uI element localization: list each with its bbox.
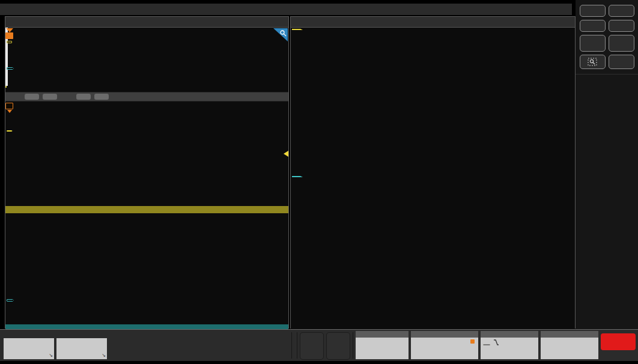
acquisition-badge[interactable] [541,331,598,359]
magnifier-dashed-box-icon [588,58,597,66]
acquisition-badge-header [541,331,598,338]
trigger-triangle-icon [7,110,12,113]
menu-bar [0,4,572,15]
ch1-badge-body: ↘ [4,338,54,359]
more-button[interactable] [609,55,634,69]
ch2-badge-body: ↘ [56,338,107,359]
ch2-badge-header [56,331,107,338]
spectrum-badge-header [356,331,409,338]
cursors-button[interactable] [580,5,606,17]
spectrum-top-canvas [291,28,574,175]
waveform-view-title [5,17,288,28]
spectrum-top-graticule[interactable] [291,28,575,175]
ch1-channel-tag[interactable] [7,130,13,132]
stopped-button[interactable] [601,333,636,350]
ch1-badge[interactable]: ↘ [4,331,54,359]
ch2-badge[interactable]: ↘ [56,331,107,359]
spectrum-badge[interactable] [356,331,409,359]
bottom-settings-bar: ↘ ↘ [0,329,638,361]
horizontal-badge-body [411,338,478,359]
spectrum-view-panel [290,16,576,329]
trigger-t-badge [5,32,13,39]
right-sidebar [576,0,638,329]
spectrum-bottom-graticule[interactable] [291,175,575,329]
waveform-overview-canvas [5,28,288,92]
spectrum-top-badge[interactable] [292,29,303,31]
ch1-trigger-marker[interactable] [5,103,13,113]
search-button[interactable] [609,20,634,32]
overview-trigger-marker[interactable] [5,28,13,39]
scope-application: ↘ ↘ [0,0,638,364]
overview-ch2-tag[interactable] [7,67,14,70]
horizontal-badge[interactable] [411,331,478,359]
waveform-view-panel [5,16,289,329]
zoom-overlay-button[interactable] [580,55,606,69]
spectrum-badge-body [356,338,409,359]
ch1-zoom-graticule[interactable] [5,102,288,213]
probe-comp-icon: ↘ [49,352,53,359]
ch2-time-axis-strip [5,324,288,329]
sidebar-button-grid [576,5,638,74]
horizontal-badge-header [411,331,478,338]
spectrum-bottom-badge[interactable] [292,176,303,178]
trigger-badge[interactable] [481,331,538,359]
vzoom-minus-button[interactable] [94,94,109,100]
trigger-level-arrow-icon[interactable] [284,151,288,157]
spectrum-source-tag [292,176,303,177]
ch2-zoom-canvas [5,213,288,324]
measure-button[interactable] [580,20,606,32]
callout-button[interactable] [609,5,634,17]
spectrum-view-title [291,17,575,28]
overview-ch1-tag[interactable] [7,41,12,43]
position [470,338,476,345]
falling-edge-icon [493,339,499,347]
zoom-toolbar [5,92,288,102]
trigger-badge-header [481,331,538,338]
trigger-position-icon [470,339,475,344]
ch2-channel-tag[interactable] [7,299,14,302]
hzoom-minus-button[interactable] [43,94,57,100]
trigger-badge-body [481,338,538,359]
waveform-overview-graticule[interactable] [5,28,288,92]
ch1-zoom-canvas [5,102,288,206]
spectrum-source-tag [292,29,303,30]
results-table-button[interactable] [580,35,606,52]
acquisition-badge-body [541,338,598,359]
trigger-t-badge [5,103,13,109]
ch1-badge-header [4,331,54,338]
dvm-button[interactable] [300,332,324,360]
afg-button[interactable] [326,332,350,360]
ch1-time-axis-strip [5,206,288,213]
plot-button[interactable] [609,35,634,52]
ch2-zoom-graticule[interactable] [5,213,288,329]
vzoom-plus-button[interactable] [76,94,91,100]
probe-comp-icon: ↘ [102,352,106,359]
trigger-triangle-icon [6,28,13,32]
spectrum-bottom-canvas [291,175,574,329]
hzoom-plus-button[interactable] [25,94,39,100]
trigger-source-chip [483,344,490,345]
